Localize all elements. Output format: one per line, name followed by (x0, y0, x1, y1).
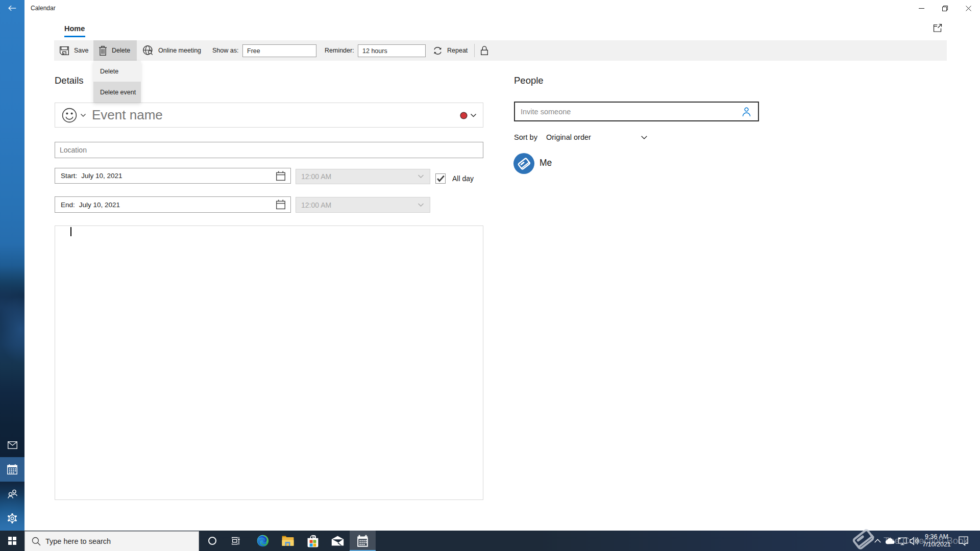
end-date-picker[interactable]: End: July 10, 2021 (55, 196, 291, 213)
calendar-color-dot (461, 113, 467, 118)
app-nav-sidebar (0, 0, 24, 531)
volume-icon (910, 537, 919, 545)
chevron-down-icon (418, 203, 424, 207)
sort-by-label: Sort by (514, 133, 537, 141)
task-view-button[interactable] (225, 531, 247, 551)
reminder-combobox[interactable]: 12 hours (358, 44, 426, 57)
taskbar-store-button[interactable] (302, 531, 324, 551)
private-lock-button[interactable] (476, 40, 493, 61)
start-button[interactable] (0, 531, 24, 551)
network-icon (898, 537, 908, 545)
start-date-picker[interactable]: Start: July 10, 2021 (55, 168, 291, 184)
calendar-glyph-icon (276, 199, 286, 210)
lock-icon (481, 46, 488, 55)
taskbar-mail-button[interactable] (326, 531, 349, 551)
people-heading: People (514, 75, 544, 86)
clock-time: 9:36 AM (925, 533, 948, 541)
sidebar-item-settings[interactable] (0, 506, 24, 531)
delete-button[interactable]: Delete (93, 40, 137, 61)
cortana-button[interactable] (201, 531, 224, 551)
action-center-button[interactable] (957, 531, 969, 551)
sort-by-value[interactable]: Original order (546, 133, 591, 141)
cortana-icon (208, 536, 217, 545)
menu-item-delete-event[interactable]: Delete event (93, 82, 141, 103)
taskbar-edge-button[interactable] (252, 531, 274, 551)
repeat-button[interactable]: Repeat (428, 40, 473, 61)
save-icon (60, 46, 69, 55)
end-time-combobox-disabled: 12:00 AM (296, 197, 430, 213)
microsoft-store-icon (307, 535, 319, 547)
back-button[interactable] (0, 0, 24, 16)
chevron-down-icon (471, 114, 476, 117)
attendee-me-label: Me (540, 158, 552, 168)
taskbar-calendar-button[interactable] (350, 531, 376, 551)
file-explorer-icon (282, 536, 294, 546)
sidebar-item-people[interactable] (0, 482, 24, 506)
show-as-combobox[interactable]: Free (242, 44, 316, 57)
taskbar-search-input[interactable] (41, 532, 199, 551)
emoji-picker-button[interactable] (62, 108, 87, 123)
end-label: End: (61, 201, 75, 209)
toolbar-separator (474, 44, 475, 57)
calendar-app-icon (357, 535, 369, 547)
location-box (55, 142, 483, 158)
menu-item-delete[interactable]: Delete (93, 61, 141, 82)
calendar-color-picker[interactable] (461, 103, 476, 128)
tray-network-button[interactable] (897, 531, 908, 551)
save-label: Save (74, 47, 89, 54)
person-icon (741, 106, 752, 117)
open-in-new-window-button[interactable] (933, 23, 943, 33)
clock-date: 7/10/2021 (922, 541, 951, 548)
close-button[interactable] (957, 0, 980, 16)
sidebar-item-mail[interactable] (0, 433, 24, 457)
end-date-value: July 10, 2021 (79, 201, 120, 209)
close-icon (966, 6, 971, 11)
screen: Calendar Home (0, 0, 980, 551)
invite-someone-input[interactable] (515, 103, 758, 120)
reminder-label: Reminder: (325, 40, 354, 61)
all-day-checkbox[interactable] (435, 173, 446, 184)
online-meeting-icon (143, 45, 153, 56)
emoji-icon (62, 108, 77, 123)
calendar-glyph-icon (276, 171, 286, 181)
invite-box (514, 102, 759, 121)
text-caret (70, 227, 71, 236)
event-name-input[interactable] (92, 104, 408, 127)
taskbar-file-explorer-button[interactable] (277, 531, 299, 551)
tray-show-hidden-icons-button[interactable] (871, 531, 884, 551)
location-input[interactable] (55, 142, 483, 158)
tab-home[interactable]: Home (64, 24, 85, 33)
checkmark-icon (437, 175, 445, 182)
start-label: Start: (61, 172, 77, 180)
book-avatar-icon (517, 156, 532, 171)
event-description-textarea[interactable] (55, 226, 483, 500)
back-arrow-icon (8, 5, 16, 11)
me-avatar (513, 153, 534, 174)
taskbar-clock[interactable]: 9:36 AM 7/10/2021 (921, 531, 952, 551)
restore-button[interactable] (933, 0, 957, 16)
task-view-icon (232, 537, 240, 545)
mail-icon (8, 441, 17, 449)
mail-app-icon (331, 536, 344, 546)
chevron-down-icon (418, 175, 424, 179)
restore-icon (942, 6, 948, 11)
toolbar: Save Delete (54, 40, 947, 61)
end-time-value: 12:00 AM (301, 201, 331, 209)
repeat-icon (433, 46, 442, 55)
details-heading: Details (55, 75, 84, 86)
delete-label: Delete (112, 47, 130, 54)
tray-volume-button[interactable] (909, 531, 919, 551)
save-button[interactable]: Save (54, 40, 94, 61)
repeat-label: Repeat (447, 47, 468, 54)
minimize-button[interactable] (910, 0, 933, 16)
sidebar-item-calendar[interactable] (0, 457, 24, 482)
calendar-app-window: Calendar Home (24, 0, 980, 531)
chevron-up-icon (874, 539, 881, 543)
onedrive-cloud-icon (885, 538, 895, 544)
taskbar-search-box[interactable] (24, 531, 199, 551)
caption-controls (910, 0, 980, 16)
online-meeting-button[interactable]: Online meeting (137, 40, 207, 61)
tray-onedrive-button[interactable] (885, 531, 896, 551)
show-as-label: Show as: (212, 40, 238, 61)
chevron-down-icon (641, 136, 647, 140)
